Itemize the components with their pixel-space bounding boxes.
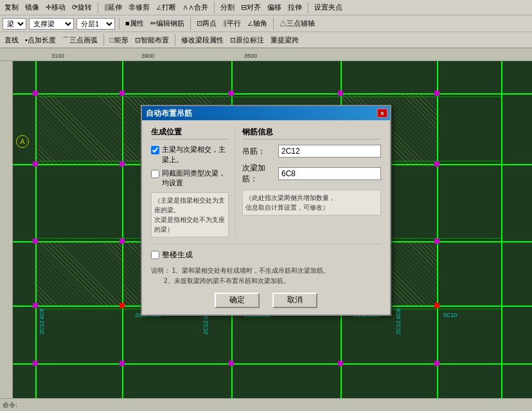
modify-segment-btn[interactable]: 修改梁段属性 (179, 35, 226, 46)
node-10 (434, 161, 439, 167)
break-btn[interactable]: ∠打断 (154, 2, 178, 13)
dialog-columns: 生成位置 主梁与次梁相交，主梁上。 同截面同类型次梁，均设置 （主梁是指梁相交处… (151, 127, 381, 237)
copy-btn[interactable]: 复制 (3, 2, 21, 13)
h-line-5 (13, 363, 532, 365)
merge-btn[interactable]: ∧∧合并 (181, 2, 210, 13)
hatch-1 (35, 93, 122, 164)
split-btn[interactable]: 分割 (218, 2, 236, 13)
toolbar-row2: 梁 支撑梁 分层1 ■属性 ✏编辑钢筋 ⊡两点 ‖平行 ∠轴角 △三点辅轴 (0, 15, 532, 32)
dialog-right-col: 钢筋信息 吊筋： 次梁加筋： （此处指次梁两侧共增加数量，信息取自计算设置，可修… (242, 127, 381, 237)
toolbar-row3: 直线 •点加长度 ⌒三点画弧 □矩形 ⊡智能布置 修改梁段属性 ⊡原位标注 重提… (0, 32, 532, 48)
offset-btn[interactable]: 偏移 (265, 2, 283, 13)
red-sq-4 (434, 303, 439, 308)
ruler-num-3: 3500 (244, 53, 257, 59)
node-11 (33, 239, 38, 244)
node-2 (120, 91, 125, 96)
whole-floor-checkbox[interactable] (151, 251, 159, 259)
auto-stirrup-dialog: 自动布置吊筋 × 生成位置 主梁与次梁相交，主梁上。 同截面同类型次梁，均设置 (141, 105, 391, 316)
node-15 (434, 239, 439, 244)
toolbar-row1: 复制 镜像 ✛移动 ⟳旋转 ‖延伸 非修剪 ∠打断 ∧∧合并 分割 ⊟对齐 偏移… (0, 0, 532, 15)
cad-label-h-4: 5C10 (443, 312, 457, 318)
cad-label-vertical-1: 2C12.6C8 (39, 308, 45, 334)
sep4 (119, 18, 120, 30)
beam-type-select[interactable]: 梁 (3, 18, 26, 30)
cancel-button[interactable]: 取消 (272, 293, 317, 308)
smart-layout-btn[interactable]: ⊡智能布置 (133, 35, 171, 46)
secondary-rebar-label: 次梁加筋： (242, 163, 274, 185)
dialog-titlebar: 自动布置吊筋 × (142, 106, 390, 120)
support-type-select[interactable]: 支撑梁 (29, 18, 74, 30)
rebar-info-title: 钢筋信息 (242, 127, 381, 140)
node-25 (434, 361, 439, 366)
parallel-btn[interactable]: ‖平行 (221, 18, 243, 29)
line-btn[interactable]: 直线 (3, 35, 21, 46)
sep8 (175, 34, 175, 46)
axis-angle-btn[interactable]: ∠轴角 (245, 18, 269, 29)
status-text: 命令: (3, 401, 17, 410)
sep3 (308, 2, 308, 14)
checkbox-row-1: 主梁与次梁相交，主梁上。 (151, 145, 229, 165)
dialog-bottom: 整楼生成 说明： 1、梁和梁相交处有柱或墙时，不生成吊筋和次梁加筋。 2、未提取… (151, 244, 381, 308)
node-22 (120, 361, 125, 366)
move-btn[interactable]: ✛移动 (44, 2, 67, 13)
ruler-top: 3100 3900 3500 (0, 48, 532, 61)
checkbox-main-secondary[interactable] (151, 146, 159, 154)
property-btn[interactable]: ■属性 (123, 18, 146, 29)
whole-floor-row: 整楼生成 (151, 250, 381, 260)
node-12 (120, 239, 125, 244)
checkbox-row-2: 同截面同类型次梁，均设置 (151, 169, 229, 188)
stretch-btn[interactable]: 拉伸 (286, 2, 304, 13)
node-23 (229, 361, 234, 366)
sep5 (190, 18, 191, 30)
inplace-mark-btn[interactable]: ⊡原位标注 (228, 35, 266, 46)
note-section: 说明： 1、梁和梁相交处有柱或墙时，不生成吊筋和次梁加筋。 2、未提取梁跨的梁不… (151, 266, 381, 286)
circle-label-a: A (16, 135, 29, 148)
node-7 (120, 161, 125, 167)
sep2 (214, 2, 215, 14)
mirror-btn[interactable]: 镜像 (23, 2, 41, 13)
trim-btn[interactable]: 非修剪 (127, 2, 152, 13)
node-6 (33, 161, 38, 167)
hatch-4 (35, 241, 122, 306)
dialog-buttons: 确定 取消 (151, 293, 381, 308)
arc-btn[interactable]: ⌒三点画弧 (60, 35, 100, 46)
secondary-rebar-input[interactable] (278, 167, 381, 180)
node-5 (434, 91, 439, 96)
rect-btn[interactable]: □矩形 (108, 35, 130, 46)
red-sq-1 (120, 303, 125, 308)
node-24 (338, 361, 343, 366)
field-note-1: （此处指次梁两侧共增加数量，信息取自计算设置，可修改） (242, 190, 381, 215)
whole-floor-label[interactable]: 整楼生成 (162, 250, 193, 260)
reextract-btn[interactable]: 重提梁跨 (269, 35, 301, 46)
dialog-close-button[interactable]: × (377, 109, 387, 118)
note-text-1: （主梁是指梁相交处为支座的梁。次梁是指相交处不为支座的梁） (151, 192, 229, 237)
secondary-rebar-field-row: 次梁加筋： (242, 163, 381, 185)
extend-btn[interactable]: ‖延伸 (102, 2, 124, 13)
node-21 (33, 361, 38, 366)
ruler-num-1: 3100 (51, 53, 64, 59)
node-4 (338, 91, 343, 96)
note-title: 说明： (151, 267, 170, 274)
stirrup-input[interactable] (278, 145, 381, 158)
node-3 (229, 91, 234, 96)
grip-btn[interactable]: 设置夹点 (312, 2, 344, 13)
node-16 (33, 303, 38, 308)
layer-select[interactable]: 分层1 (76, 18, 115, 30)
stirrup-field-row: 吊筋： (242, 145, 381, 158)
sep6 (273, 18, 274, 30)
three-axis-btn[interactable]: △三点辅轴 (278, 18, 317, 29)
ok-button[interactable]: 确定 (215, 293, 260, 308)
node-1 (33, 91, 38, 96)
note-content-2: 2、未提取梁跨的梁不布置吊筋和次梁加筋。 (151, 277, 290, 284)
checkbox-label-2[interactable]: 同截面同类型次梁，均设置 (162, 169, 229, 188)
edit-rebar-btn[interactable]: ✏编辑钢筋 (148, 18, 186, 29)
checkbox-label-1[interactable]: 主梁与次梁相交，主梁上。 (162, 145, 229, 165)
checkbox-same-section[interactable] (151, 170, 159, 178)
align-btn[interactable]: ⊟对齐 (239, 2, 263, 13)
stirrup-label: 吊筋： (242, 146, 274, 157)
two-point-btn[interactable]: ⊡两点 (195, 18, 218, 29)
rotate-btn[interactable]: ⟳旋转 (70, 2, 94, 13)
status-bar: 命令: (0, 398, 532, 411)
point-length-btn[interactable]: •点加长度 (23, 35, 58, 46)
ruler-left (0, 61, 13, 411)
